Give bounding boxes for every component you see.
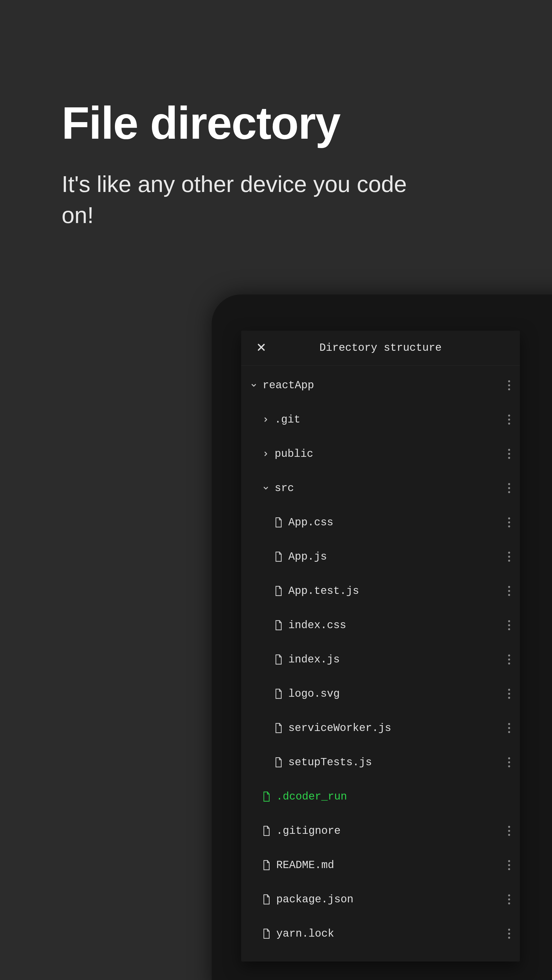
item-name: App.test.js (288, 585, 359, 597)
more-options-button[interactable] (498, 414, 520, 425)
svg-point-21 (508, 590, 510, 592)
svg-point-16 (508, 525, 510, 527)
more-options-button[interactable] (498, 483, 520, 493)
svg-point-35 (508, 757, 510, 759)
item-name: .gitignore (276, 825, 341, 837)
more-options-button[interactable] (498, 517, 520, 528)
item-name: serviceWorker.js (288, 722, 391, 734)
more-options-button[interactable] (498, 585, 520, 596)
file-row[interactable]: index.css (241, 608, 520, 642)
row-label: serviceWorker.js (273, 722, 498, 734)
file-row[interactable]: serviceWorker.js (241, 711, 520, 745)
svg-point-48 (508, 932, 510, 934)
svg-point-5 (508, 415, 510, 416)
svg-point-43 (508, 868, 510, 870)
more-vertical-icon (508, 551, 511, 562)
row-label: .git (261, 414, 498, 426)
row-label: reactApp (249, 379, 498, 391)
more-options-button[interactable] (498, 689, 520, 699)
file-icon (273, 689, 284, 699)
directory-panel: Directory structure reactApp.gitpublicsr… (241, 331, 520, 961)
file-icon (261, 928, 271, 939)
row-label: App.css (273, 517, 498, 528)
item-name: App.js (288, 551, 327, 563)
file-row[interactable]: package.json (241, 882, 520, 916)
more-options-button[interactable] (498, 757, 520, 768)
more-options-button[interactable] (498, 860, 520, 870)
file-icon (273, 517, 284, 528)
item-name: reactApp (263, 379, 314, 391)
file-row[interactable]: setupTests.js (241, 745, 520, 780)
more-options-button[interactable] (498, 380, 520, 391)
more-vertical-icon (508, 928, 511, 939)
panel-title: Directory structure (241, 342, 520, 354)
svg-point-14 (508, 517, 510, 519)
device-frame: 0 used ry oject t it ny Directory struct… (212, 294, 552, 980)
svg-point-38 (508, 826, 510, 828)
svg-point-31 (508, 697, 510, 698)
folder-row[interactable]: src (241, 471, 520, 505)
file-row[interactable]: App.test.js (241, 574, 520, 608)
folder-row[interactable]: .git (241, 402, 520, 437)
file-row[interactable]: .gitignore (241, 814, 520, 848)
svg-point-18 (508, 555, 510, 557)
row-label: App.test.js (273, 585, 498, 597)
file-row[interactable]: .dcoder_run (241, 780, 520, 814)
close-button[interactable] (253, 340, 269, 356)
svg-point-30 (508, 693, 510, 695)
more-vertical-icon (508, 449, 511, 459)
more-options-button[interactable] (498, 654, 520, 665)
folder-row[interactable]: reactApp (241, 368, 520, 402)
file-row[interactable]: yarn.lock (241, 916, 520, 951)
file-icon (261, 860, 271, 870)
svg-point-15 (508, 521, 510, 523)
svg-point-10 (508, 457, 510, 459)
more-vertical-icon (508, 757, 511, 768)
row-label: index.js (273, 654, 498, 666)
file-row[interactable]: App.css (241, 505, 520, 539)
svg-point-32 (508, 723, 510, 725)
more-vertical-icon (508, 860, 511, 870)
more-vertical-icon (508, 654, 511, 665)
file-icon (273, 654, 284, 665)
row-label: package.json (261, 894, 498, 905)
svg-point-9 (508, 453, 510, 455)
svg-point-20 (508, 586, 510, 588)
svg-point-40 (508, 834, 510, 836)
row-label: App.js (273, 551, 498, 563)
svg-point-13 (508, 491, 510, 493)
svg-point-3 (508, 384, 510, 386)
svg-point-34 (508, 731, 510, 733)
more-vertical-icon (508, 483, 511, 493)
page-subtitle: It's like any other device you code on! (62, 169, 437, 231)
svg-point-45 (508, 898, 510, 900)
item-name: logo.svg (288, 688, 340, 700)
file-tree: reactApp.gitpublicsrcApp.cssApp.jsApp.te… (241, 366, 520, 961)
close-icon (257, 341, 266, 355)
file-icon (273, 723, 284, 733)
svg-point-49 (508, 937, 510, 939)
more-options-button[interactable] (498, 551, 520, 562)
more-options-button[interactable] (498, 620, 520, 631)
more-options-button[interactable] (498, 826, 520, 836)
item-name: index.css (288, 619, 346, 632)
more-vertical-icon (508, 894, 511, 905)
more-options-button[interactable] (498, 894, 520, 905)
more-options-button[interactable] (498, 928, 520, 939)
svg-point-11 (508, 483, 510, 485)
more-vertical-icon (508, 517, 511, 528)
file-icon (261, 894, 271, 905)
more-options-button[interactable] (498, 449, 520, 459)
hero-section: File directory It's like any other devic… (0, 0, 552, 231)
file-row[interactable]: App.js (241, 539, 520, 574)
row-label: logo.svg (273, 688, 498, 700)
row-label: .gitignore (261, 825, 498, 837)
svg-point-28 (508, 662, 510, 664)
folder-row[interactable]: public (241, 437, 520, 471)
file-row[interactable]: index.js (241, 642, 520, 677)
file-row[interactable]: README.md (241, 848, 520, 882)
item-name: yarn.lock (276, 928, 334, 940)
file-icon (261, 826, 271, 836)
more-options-button[interactable] (498, 723, 520, 733)
file-row[interactable]: logo.svg (241, 677, 520, 711)
